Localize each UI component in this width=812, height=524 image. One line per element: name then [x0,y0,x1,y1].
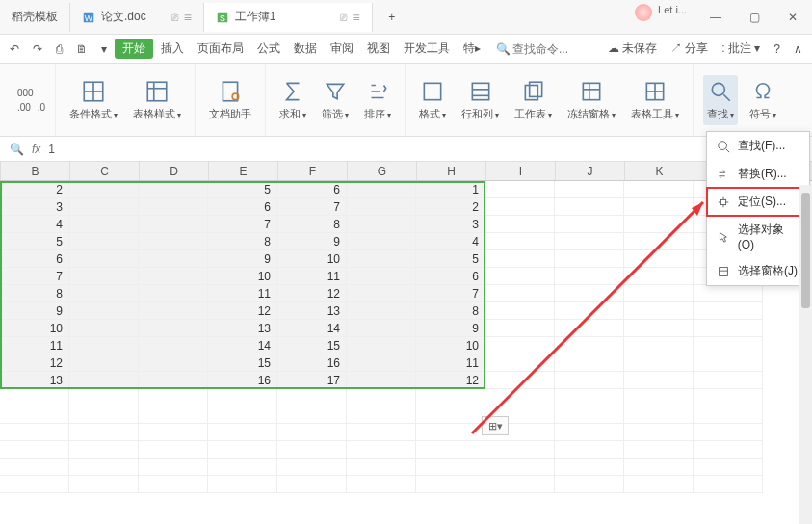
monitor-icon[interactable]: ⎚ [171,11,178,24]
cell[interactable] [139,406,208,424]
cell[interactable] [69,441,139,458]
cell[interactable] [69,372,139,389]
cell[interactable] [694,337,763,354]
cell[interactable]: 1 [416,181,485,198]
cell[interactable] [277,424,347,441]
cell[interactable] [0,441,69,458]
cell[interactable] [208,476,277,493]
cell[interactable]: 5 [0,233,69,250]
cell[interactable] [555,320,624,337]
cell[interactable] [69,320,139,337]
cell[interactable]: 15 [208,354,277,372]
cell[interactable] [694,441,763,458]
rowcol-button[interactable]: 行和列▾ [458,75,503,125]
approve-button[interactable]: : 批注 ▾ [716,38,766,60]
cell[interactable] [624,285,694,302]
ribbon-toggle[interactable]: ∧ [788,39,808,59]
table-row[interactable]: 710116 [0,268,812,285]
cell[interactable]: 11 [277,268,347,285]
cell[interactable] [139,476,208,493]
col-G[interactable]: G [348,162,417,180]
cell[interactable]: 7 [208,216,277,233]
cell[interactable]: 12 [416,372,485,389]
cell[interactable] [347,458,416,476]
zoom-icon[interactable]: 🔍 [10,143,24,156]
col-K[interactable]: K [625,162,694,180]
table-row[interactable]: 13161712 [0,372,812,389]
cell[interactable]: 10 [277,250,347,268]
cell[interactable] [555,216,624,233]
dropdown-toggle[interactable]: ▾ [95,39,113,59]
cell[interactable]: 8 [277,216,347,233]
cell[interactable] [485,233,555,250]
menu-start[interactable]: 开始 [115,39,153,59]
cell[interactable] [624,320,694,337]
menu-find[interactable]: 查找(F)... [707,132,809,160]
cond-format-button[interactable]: 条件格式▾ [65,75,121,125]
col-I[interactable]: I [486,162,556,180]
table-row[interactable]: 3672 [0,198,812,216]
cell[interactable]: 6 [208,198,277,216]
cell[interactable] [485,354,555,372]
table-row[interactable] [0,424,812,441]
cell[interactable] [416,476,485,493]
cell[interactable] [555,354,624,372]
cell[interactable] [624,354,694,372]
cell[interactable] [555,406,624,424]
cell[interactable] [0,424,69,441]
cell[interactable]: 5 [208,181,277,198]
cell[interactable]: 12 [208,302,277,320]
cell[interactable] [208,424,277,441]
cell[interactable]: 13 [0,372,69,389]
cell[interactable]: 17 [277,372,347,389]
tools-button[interactable]: 表格工具▾ [627,75,683,125]
table-row[interactable]: 11141510 [0,337,812,354]
cell[interactable]: 15 [277,337,347,354]
cell[interactable] [69,337,139,354]
cell[interactable] [555,337,624,354]
cell[interactable] [485,476,555,493]
cell[interactable] [69,424,139,441]
cell[interactable] [624,216,694,233]
cell[interactable] [69,458,139,476]
cell[interactable] [624,181,694,198]
cell[interactable] [347,476,416,493]
cell[interactable] [485,320,555,337]
cell[interactable] [694,458,763,476]
col-D[interactable]: D [140,162,209,180]
cell[interactable] [347,285,416,302]
cell[interactable] [347,406,416,424]
cell[interactable] [347,233,416,250]
table-row[interactable]: 5894 [0,233,812,250]
col-B[interactable]: B [1,162,70,180]
cell[interactable]: 6 [416,268,485,285]
cell[interactable] [139,198,208,216]
cell[interactable]: 11 [0,337,69,354]
cell[interactable] [347,354,416,372]
cell[interactable]: 10 [416,337,485,354]
cell[interactable] [555,233,624,250]
cell[interactable]: 8 [208,233,277,250]
cell[interactable] [139,320,208,337]
cell[interactable] [139,458,208,476]
cell[interactable] [347,268,416,285]
doc-helper-button[interactable]: 文档助手 [205,75,255,125]
cell[interactable] [277,458,347,476]
cell[interactable]: 8 [416,302,485,320]
menu-formula[interactable]: 公式 [251,38,286,60]
cell[interactable] [624,389,694,406]
cell[interactable] [69,476,139,493]
cell[interactable] [485,181,555,198]
symbol-button[interactable]: 符号▾ [746,75,780,125]
sort-button[interactable]: 排序▾ [360,75,395,125]
cell[interactable] [139,216,208,233]
paste-options-button[interactable]: ⊞▾ [482,416,509,435]
cell[interactable] [208,441,277,458]
minimize-button[interactable]: — [696,4,735,31]
cell[interactable] [347,181,416,198]
cell[interactable]: 12 [277,285,347,302]
menu-data[interactable]: 数据 [288,38,323,60]
table-row[interactable]: 2561 [0,181,812,198]
cell[interactable] [485,198,555,216]
cell[interactable] [694,354,763,372]
